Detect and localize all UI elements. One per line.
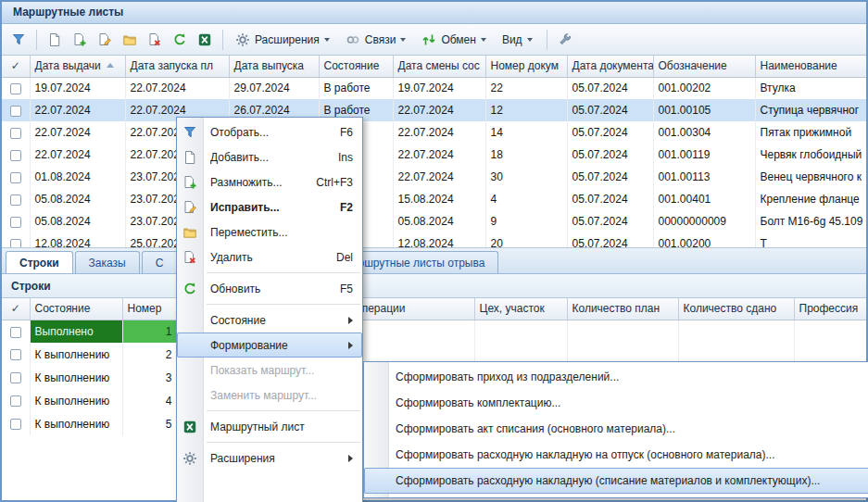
checkbox[interactable] bbox=[10, 128, 21, 139]
checkbox[interactable] bbox=[10, 239, 21, 248]
route-row[interactable]: 05.08.2024 23.07.2024 15.08.2024 4 05.07… bbox=[2, 188, 866, 210]
exchange-menu-button[interactable]: Обмен bbox=[415, 28, 495, 52]
submenu-item-writeoff-act[interactable]: Сформировать акт списания (основного мат… bbox=[364, 416, 868, 442]
menu-item-add[interactable]: Добавить...Ins bbox=[177, 144, 362, 169]
cell-designation: 001.00113 bbox=[653, 166, 755, 188]
col-release-date[interactable]: Дата выпуска bbox=[229, 56, 319, 77]
col-line-number[interactable]: Номер bbox=[122, 298, 178, 320]
cell-doc-date: 05.07.2024 bbox=[567, 232, 653, 248]
checkbox[interactable] bbox=[10, 172, 21, 183]
line-row-done[interactable]: Выполнено 1 bbox=[2, 320, 866, 343]
submenu-item-receipt-from-departments[interactable]: Сформировать приход из подразделений... bbox=[364, 364, 868, 390]
menu-item-edit[interactable]: Исправить...F2 bbox=[177, 195, 362, 220]
route-row[interactable]: 01.08.2024 23.07.2024 22.07.2024 30 05.0… bbox=[2, 166, 866, 188]
col-workshop[interactable]: Цех, участок bbox=[474, 298, 567, 320]
col-state-change-date[interactable]: Дата смены сос bbox=[393, 56, 485, 77]
menu-item-extensions[interactable]: Расширения bbox=[177, 446, 362, 471]
route-row[interactable]: 22.07.2024 22.07.2024 22.07.2024 18 05.0… bbox=[2, 144, 866, 166]
col-doc-date[interactable]: Дата документа bbox=[567, 56, 653, 77]
menu-separator bbox=[207, 442, 360, 443]
menu-item-delete[interactable]: УдалитьDel bbox=[177, 245, 362, 270]
menu-item-replace-route[interactable]: Заменить маршрут... bbox=[177, 383, 362, 408]
checkbox[interactable] bbox=[10, 327, 21, 338]
select-all-header[interactable]: ✓ bbox=[2, 298, 30, 320]
add-button[interactable] bbox=[43, 28, 67, 52]
col-issue-date[interactable]: Дата выдачи bbox=[30, 56, 125, 77]
route-row[interactable]: 19.07.2024 22.07.2024 29.07.2024 В работ… bbox=[2, 77, 866, 99]
route-row-selected[interactable]: 22.07.2024 22.07.2024 26.07.2024 В работ… bbox=[2, 99, 866, 121]
cell-doc-number: 12 bbox=[485, 99, 567, 121]
checkbox[interactable] bbox=[10, 195, 21, 206]
move-button[interactable] bbox=[118, 28, 142, 52]
col-qty-plan[interactable]: Количество план bbox=[567, 298, 678, 320]
settings-button[interactable] bbox=[553, 28, 577, 52]
col-qty-done[interactable]: Количество сдано bbox=[678, 298, 794, 320]
row-checkbox-cell bbox=[2, 77, 30, 99]
cell-doc-date: 05.07.2024 bbox=[567, 99, 653, 121]
col-name[interactable]: Наименование bbox=[755, 56, 866, 77]
menu-item-duplicate[interactable]: Размножить...Ctrl+F3 bbox=[177, 169, 362, 195]
checkbox[interactable] bbox=[10, 217, 21, 228]
filter-button[interactable] bbox=[6, 28, 31, 52]
col-designation[interactable]: Обозначение bbox=[653, 56, 755, 77]
col-launch-date[interactable]: Дата запуска пл bbox=[125, 56, 229, 77]
edit-button[interactable] bbox=[93, 28, 117, 52]
menu-item-move[interactable]: Переместить... bbox=[177, 220, 362, 245]
cell-name: Т bbox=[755, 232, 866, 248]
menu-item-refresh[interactable]: ОбновитьF5 bbox=[177, 276, 362, 301]
cell-empty bbox=[567, 320, 678, 343]
cell-issue-date: 22.07.2024 bbox=[30, 144, 125, 166]
select-all-header[interactable]: ✓ bbox=[2, 56, 30, 77]
submenu-item-writeoff-invoice[interactable]: Сформировать расходную накладную (списан… bbox=[364, 468, 868, 494]
checkbox[interactable] bbox=[10, 395, 21, 407]
duplicate-button[interactable] bbox=[68, 28, 92, 52]
route-row-clipped[interactable]: 12.08.2024 25.07.2024 12.08.2024 20 05.0… bbox=[2, 232, 866, 248]
cell-state-change-date: 22.07.2024 bbox=[393, 166, 485, 188]
col-profession[interactable]: Профессия bbox=[794, 298, 866, 320]
sort-asc-icon bbox=[107, 63, 114, 68]
menu-item-filter[interactable]: Отобрать...F6 bbox=[177, 119, 362, 144]
menu-item-route-sheet[interactable]: Маршрутный лист bbox=[177, 414, 362, 439]
cell-empty bbox=[474, 320, 567, 343]
submenu-arrow-icon bbox=[348, 317, 353, 324]
submenu-item-completion[interactable]: Сформировать комплектацию... bbox=[364, 390, 868, 416]
delete-button[interactable] bbox=[143, 28, 167, 52]
gear-icon bbox=[235, 32, 250, 47]
view-menu-button[interactable]: Вид bbox=[496, 28, 541, 52]
tab-stroki[interactable]: Строки bbox=[6, 251, 73, 273]
cell-doc-date: 05.07.2024 bbox=[567, 121, 653, 144]
row-checkbox-cell bbox=[2, 121, 30, 144]
checkbox[interactable] bbox=[10, 349, 21, 360]
excel-button[interactable] bbox=[193, 28, 217, 52]
col-state[interactable]: Состояние bbox=[319, 56, 393, 77]
extensions-menu-button[interactable]: Расширения bbox=[229, 28, 338, 52]
checkbox[interactable] bbox=[10, 106, 21, 117]
cell-designation: 001.00202 bbox=[653, 77, 755, 99]
menu-item-formation[interactable]: Формирование bbox=[177, 333, 362, 358]
menu-item-show-route[interactable]: Показать маршрут... bbox=[177, 358, 362, 383]
route-row[interactable]: 05.08.2024 23.07.2024 05.08.2024 9 05.07… bbox=[2, 210, 866, 232]
checkbox[interactable] bbox=[10, 372, 21, 383]
delete-icon bbox=[182, 250, 197, 265]
tab-zakazy[interactable]: Заказы bbox=[75, 251, 140, 273]
delete-icon bbox=[147, 32, 162, 47]
chevron-down-icon bbox=[481, 38, 486, 42]
submenu-item-issue-invoice[interactable]: Сформировать расходную накладную на отпу… bbox=[364, 442, 868, 468]
menu-item-state[interactable]: Состояние bbox=[177, 307, 362, 333]
checkbox[interactable] bbox=[10, 419, 21, 430]
cell-issue-date: 22.07.2024 bbox=[30, 99, 125, 121]
cell-launch-date: 22.07.2024 bbox=[125, 77, 229, 99]
app-window: Маршрутные листы Расширения Связи Обмен … bbox=[0, 0, 868, 502]
refresh-button[interactable] bbox=[168, 28, 192, 52]
cell-designation: 001.00304 bbox=[653, 121, 755, 144]
row-checkbox-cell bbox=[2, 232, 30, 248]
routes-header-row: ✓ Дата выдачи Дата запуска пл Дата выпус… bbox=[2, 56, 866, 77]
checkbox[interactable] bbox=[10, 83, 21, 94]
route-row[interactable]: 22.07.2024 22.07.2024 22.07.2024 14 05.0… bbox=[2, 121, 866, 144]
links-menu-button[interactable]: Связи bbox=[339, 28, 415, 52]
cell-doc-number: 22 bbox=[485, 77, 567, 99]
cell-state: В работе bbox=[319, 77, 393, 99]
col-line-state[interactable]: Состояние bbox=[30, 298, 122, 320]
col-doc-number[interactable]: Номер докум bbox=[485, 56, 567, 77]
checkbox[interactable] bbox=[10, 150, 21, 161]
